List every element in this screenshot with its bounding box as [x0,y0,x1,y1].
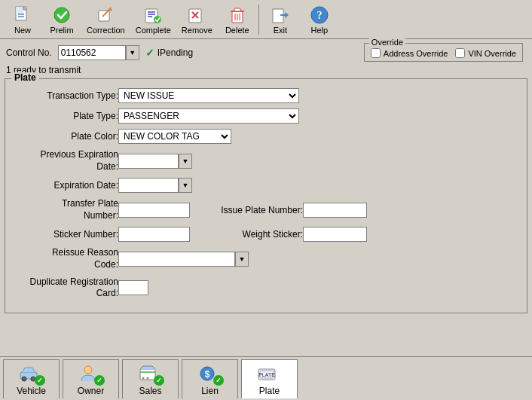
reissue-dropdown[interactable]: ▼ [235,252,249,267]
override-row: Address Override VIN Override [371,48,516,58]
tab-lien-label: Lien [201,386,219,396]
delete-button[interactable]: Delete [218,2,257,37]
transaction-type-select[interactable]: NEW ISSUE RENEWAL TRANSFER [118,88,299,103]
exit-button[interactable]: Exit [261,2,300,37]
tab-vehicle[interactable]: ✓ Vehicle [3,359,60,398]
help-icon: ? [309,5,330,26]
issue-plate-label: Issue Plate Number: [205,205,303,215]
tab-lien[interactable]: $ ✓ Lien [182,359,238,398]
status-row: 1 ready to transmit [0,63,532,77]
exp-date-label: Expiration Date: [13,180,118,191]
vin-override-item: VIN Override [455,48,516,58]
prev-exp-date-input[interactable] [118,154,179,169]
owner-icon-wrap: ✓ [78,363,105,386]
vin-override-label: VIN Override [468,49,516,58]
complete-button[interactable]: Complete [130,2,176,37]
plate-group: Plate Transaction Type: NEW ISSUE RENEWA… [5,78,527,313]
address-override-label: Address Override [384,49,448,58]
correction-icon [95,5,116,26]
exp-date-input[interactable] [118,178,179,193]
tab-owner[interactable]: ✓ Owner [63,359,119,398]
override-legend: Override [369,38,405,47]
issue-plate-input[interactable] [303,203,367,218]
remove-button[interactable]: Remove [176,2,218,37]
reissue-row: Reissue ReasonCode: ▼ [13,247,519,270]
transaction-type-row: Transaction Type: NEW ISSUE RENEWAL TRAN… [13,88,519,103]
vehicle-check-icon: ✓ [35,375,45,386]
transfer-plate-input[interactable] [118,203,190,218]
owner-check-icon: ✓ [94,375,105,386]
dup-reg-label: Duplicate RegistrationCard: [13,276,118,300]
vin-override-checkbox[interactable] [455,48,465,58]
toolbar-separator [258,5,259,35]
prelim-button[interactable]: Prelim [42,2,81,37]
tab-sales[interactable]: ✓ Sales [122,359,179,398]
bottom-tabs: ✓ Vehicle ✓ Owner ✓ Sales [0,356,532,400]
address-override-item: Address Override [371,48,448,58]
sticker-number-input[interactable] [118,227,190,242]
address-override-checkbox[interactable] [371,48,381,58]
lien-check-icon: ✓ [213,375,224,386]
tab-vehicle-label: Vehicle [17,386,46,396]
plate-tab-icon: PLATE [256,363,277,384]
control-no-label: Control No. [6,47,52,58]
vehicle-icon-wrap: ✓ [18,363,45,386]
svg-point-35 [146,377,148,380]
svg-point-13 [154,16,161,23]
plate-group-label: Plate [11,72,39,83]
tab-owner-label: Owner [78,386,104,396]
prev-exp-date-field: ▼ [118,154,192,169]
plate-color-select[interactable]: NEW COLOR TAG STANDARD OTHER [118,129,231,144]
plate-numbers-row: Transfer PlateNumber: Issue Plate Number… [13,198,519,221]
new-icon [12,5,33,26]
plate-type-field: PASSENGER COMMERCIAL MOTORCYCLE [118,108,299,124]
plate-color-row: Plate Color: NEW COLOR TAG STANDARD OTHE… [13,129,519,144]
plate-type-label: Plate Type: [13,111,118,121]
dup-reg-input[interactable] [118,280,148,295]
reissue-input[interactable] [118,252,235,267]
dup-reg-field [118,280,148,295]
prev-exp-date-dropdown[interactable]: ▼ [179,154,192,169]
reissue-field: ▼ [118,252,249,267]
exp-date-dropdown[interactable]: ▼ [179,178,192,193]
complete-label: Complete [136,26,171,35]
svg-point-34 [142,377,144,380]
svg-rect-1 [16,7,23,14]
correction-button[interactable]: Correction [81,2,130,37]
transfer-plate-label: Transfer PlateNumber: [13,198,118,221]
control-no-input[interactable] [58,45,126,60]
tab-sales-label: Sales [139,386,161,396]
tab-plate-label: Plate [259,386,280,396]
control-no-dropdown[interactable]: ▼ [126,45,139,60]
plate-color-label: Plate Color: [13,131,118,142]
weight-sticker-input[interactable] [303,227,367,242]
plate-color-field: NEW COLOR TAG STANDARD OTHER [118,129,231,144]
dup-reg-row: Duplicate RegistrationCard: [13,276,519,300]
tab-plate[interactable]: PLATE Plate [241,359,298,398]
weight-sticker-col: Weight Sticker: [205,227,367,242]
help-label: Help [310,26,328,35]
checkmark-icon: ✓ [145,47,154,59]
sales-icon-wrap: ✓ [137,363,164,386]
complete-icon [142,5,164,26]
main-content: Plate Transaction Type: NEW ISSUE RENEWA… [5,78,527,313]
plate-type-select[interactable]: PASSENGER COMMERCIAL MOTORCYCLE [118,108,299,124]
svg-text:$: $ [204,369,209,380]
new-button[interactable]: New [3,2,42,37]
sales-check-icon: ✓ [154,375,164,386]
help-button[interactable]: ? Help [300,2,339,37]
prev-exp-date-label: Previous ExpirationDate: [13,149,118,173]
svg-point-29 [22,377,26,381]
lien-icon-wrap: $ ✓ [197,363,224,386]
toolbar: New Prelim Correction [0,0,532,39]
svg-rect-19 [234,8,240,11]
remove-icon [186,5,207,26]
plate-icon-wrap: PLATE [256,363,283,386]
control-bar: Control No. ▼ ✓ IPending Override Addres… [0,39,532,63]
weight-sticker-label: Weight Sticker: [205,229,303,240]
exp-date-row: Expiration Date: ▼ [13,178,519,193]
sticker-number-label: Sticker Number: [13,229,118,240]
exit-label: Exit [274,26,287,35]
svg-text:PLATE: PLATE [258,372,275,377]
prev-exp-date-row: Previous ExpirationDate: ▼ [13,149,519,173]
